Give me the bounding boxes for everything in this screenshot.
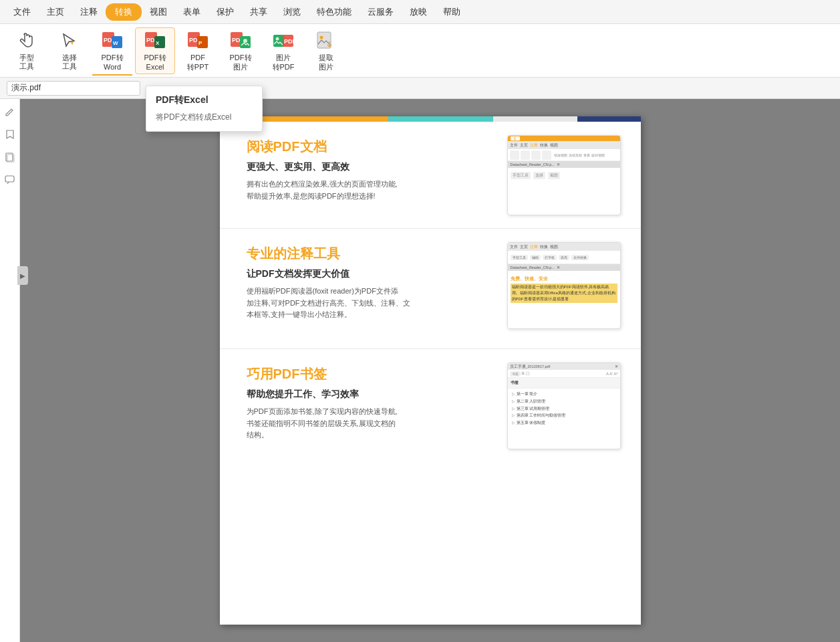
extract-image-button[interactable]: 提取图片 xyxy=(306,27,346,74)
svg-text:P: P xyxy=(198,40,202,46)
color-bar-teal xyxy=(388,116,494,122)
svg-text:▼: ▼ xyxy=(69,40,75,46)
dropdown-description: 将PDF文档转成Excel xyxy=(146,110,262,127)
svg-point-19 xyxy=(276,37,279,41)
svg-rect-26 xyxy=(5,176,14,182)
extract-image-label: 提取图片 xyxy=(319,54,333,71)
menu-browse[interactable]: 浏览 xyxy=(275,3,309,21)
annotate-section-subtitle: 让PDF文档发挥更大价值 xyxy=(247,268,494,280)
image-to-pdf-icon: PDF xyxy=(271,29,295,52)
address-bar xyxy=(0,78,840,99)
menu-annotate[interactable]: 注释 xyxy=(72,3,106,21)
bookmark-section-title: 巧用PDF书签 xyxy=(247,365,494,383)
pencil-sidebar-icon[interactable] xyxy=(3,104,17,119)
sidebar-collapse-arrow[interactable]: ▶ xyxy=(17,266,28,285)
bookmark-sidebar-icon[interactable] xyxy=(3,127,17,142)
menu-form[interactable]: 表单 xyxy=(175,3,208,21)
pages-sidebar-icon[interactable] xyxy=(3,150,17,165)
menu-protect[interactable]: 保护 xyxy=(208,3,242,21)
select-tool-button[interactable]: ▼ 选择工具 xyxy=(49,27,90,74)
pdf-to-word-icon: PDF ↗ W xyxy=(100,29,124,52)
menu-help[interactable]: 帮助 xyxy=(435,3,468,21)
pdf-section-bookmark: 巧用PDF书签 帮助您提升工作、学习效率 为PDF页面添加书签,除了实现内容的快… xyxy=(220,349,641,469)
pdf-to-word-label: PDF转Word xyxy=(102,54,124,71)
pdf-to-image-icon: PDF xyxy=(229,29,253,52)
hand-tool-label: 手型工具 xyxy=(19,54,34,71)
annotate-preview: 文件主页注释转换视图 手型工具 编组 打字机 高亮 文件转换 Datasheet… xyxy=(507,242,621,329)
color-bar-navy xyxy=(577,116,641,122)
menu-bar: 文件 主页 注释 转换 视图 表单 保护 共享 浏览 特色功能 云服务 放映 帮… xyxy=(0,0,840,24)
annotate-section-text: 使用福昕PDF阅读器(foxit reader)为PDF文件添加注释,可对PDF… xyxy=(247,286,494,321)
pdf-page: 阅读PDF文档 更强大、更实用、更高效 拥有出色的文档渲染效果,强大的页面管理功… xyxy=(220,116,641,625)
read-section-title: 阅读PDF文档 xyxy=(247,138,494,156)
menu-share[interactable]: 共享 xyxy=(242,3,275,21)
pdf-section-annotate: 专业的注释工具 让PDF文档发挥更大价值 使用福昕PDF阅读器(foxit re… xyxy=(220,229,641,349)
bookmark-section-subtitle: 帮助您提升工作、学习效率 xyxy=(247,389,494,401)
pdf-to-excel-button[interactable]: PDF X PDF转Excel xyxy=(135,27,175,74)
read-section-subtitle: 更强大、更实用、更高效 xyxy=(247,161,494,173)
pdf-to-word-button[interactable]: PDF ↗ W PDF转Word xyxy=(92,27,132,74)
bookmark-preview: 员工手册_20120917.pdf ✕ 书签 ≡ □ A A' A² 书签 ▷第… xyxy=(507,362,621,449)
pdf-to-image-label: PDF转图片 xyxy=(230,54,252,71)
annotate-section-title: 专业的注释工具 xyxy=(247,245,494,263)
menu-convert[interactable]: 转换 xyxy=(106,3,142,21)
svg-text:PDF: PDF xyxy=(284,38,295,45)
comment-sidebar-icon[interactable] xyxy=(3,173,17,187)
menu-file[interactable]: 文件 xyxy=(5,3,39,21)
dropdown-title: PDF转Excel xyxy=(146,90,262,110)
read-section-text: 拥有出色的文档渲染效果,强大的页面管理功能,帮助提升效率,是您阅读PDF的理想选… xyxy=(247,179,494,202)
svg-point-17 xyxy=(243,39,247,43)
extract-image-icon xyxy=(314,29,338,52)
menu-slideshow[interactable]: 放映 xyxy=(402,3,435,21)
pdf-to-image-button[interactable]: PDF PDF转图片 xyxy=(221,27,261,74)
toolbar: 手型工具 ▼ 选择工具 PDF ↗ W PDF转Word xyxy=(0,24,840,78)
document-area: 阅读PDF文档 更强大、更实用、更高效 拥有出色的文档渲染效果,强大的页面管理功… xyxy=(20,99,840,642)
pdf-color-bar xyxy=(220,116,641,122)
pdf-to-excel-icon: PDF X xyxy=(143,29,167,52)
svg-text:X: X xyxy=(156,40,160,46)
pdf-to-ppt-button[interactable]: PDF P PDF转PPT xyxy=(178,27,218,74)
main-area: ▶ 阅读PDF文档 更强大、更实用、更高效 拥有出色的文档渲染效果,强大的页面管… xyxy=(0,99,840,642)
bookmark-section-text: 为PDF页面添加书签,除了实现内容的快速导航,书签还能指明不同书签的层级关系,展… xyxy=(247,406,494,441)
select-tool-label: 选择工具 xyxy=(62,54,77,71)
pdf-section-read: 阅读PDF文档 更强大、更实用、更高效 拥有出色的文档渲染效果,强大的页面管理功… xyxy=(220,122,641,229)
pdf-to-excel-dropdown: PDF转Excel 将PDF文档转成Excel xyxy=(146,86,263,132)
svg-point-23 xyxy=(320,36,323,39)
hand-tool-icon xyxy=(15,30,39,53)
image-to-pdf-label: 图片转PDF xyxy=(273,54,295,71)
select-tool-icon: ▼ xyxy=(57,30,82,53)
color-bar-light xyxy=(493,116,577,122)
menu-view[interactable]: 视图 xyxy=(142,3,175,21)
image-to-pdf-button[interactable]: PDF 图片转PDF xyxy=(263,27,303,74)
svg-text:W: W xyxy=(113,40,118,46)
menu-features[interactable]: 特色功能 xyxy=(309,3,360,21)
menu-home[interactable]: 主页 xyxy=(39,3,72,21)
pdf-to-ppt-label: PDF转PPT xyxy=(187,54,208,71)
menu-cloud[interactable]: 云服务 xyxy=(360,3,402,21)
pdf-to-ppt-icon: PDF P xyxy=(186,29,210,52)
file-path-input[interactable] xyxy=(7,81,140,96)
hand-tool-button[interactable]: 手型工具 xyxy=(7,27,47,74)
pdf-to-excel-label: PDF转Excel xyxy=(144,54,166,71)
read-preview: G 文件主页注释转换视图 缩放视图 连续页面 查看 旋转视图 xyxy=(507,135,621,215)
left-sidebar xyxy=(0,99,20,642)
